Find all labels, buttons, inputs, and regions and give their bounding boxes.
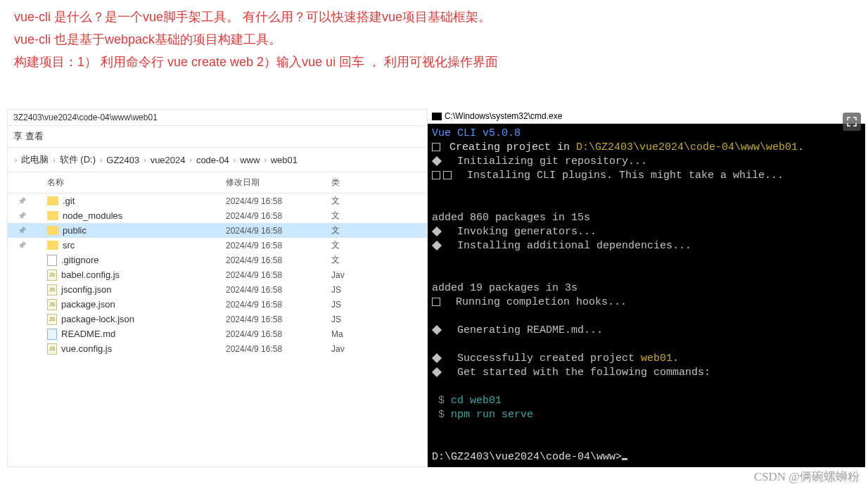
- js-file-icon: JS: [47, 269, 57, 281]
- note-line-2: vue-cli 也是基于webpack基础的项目构建工具。: [14, 28, 854, 51]
- pin-icon: 📌: [18, 197, 26, 205]
- diamond-icon: [432, 156, 442, 166]
- breadcrumb-item[interactable]: 此电脑: [21, 153, 49, 166]
- file-date: 2024/4/9 16:58: [226, 226, 331, 236]
- file-name: jsconfig.json: [61, 284, 112, 295]
- columns-header: 名称 修改日期 类: [8, 172, 427, 193]
- chevron-right-icon: ›: [51, 156, 56, 164]
- project-name: web01: [641, 353, 672, 364]
- terminal-titlebar: C:\Windows\system32\cmd.exe: [428, 109, 865, 124]
- breadcrumb-item[interactable]: web01: [271, 155, 298, 165]
- folder-icon: [47, 226, 58, 235]
- diamond-icon: [432, 325, 442, 335]
- chevron-right-icon: ›: [142, 156, 147, 164]
- chevron-right-icon: ›: [262, 156, 267, 164]
- file-date: 2024/4/9 16:58: [226, 285, 331, 295]
- md-file-icon: [47, 329, 57, 340]
- file-type: Ma: [331, 329, 427, 339]
- file-list: 名称 修改日期 类 📌.git2024/4/9 16:58文📌node_modu…: [8, 172, 427, 356]
- cmd-terminal-window: C:\Windows\system32\cmd.exe Vue CLI v5.0…: [428, 109, 865, 467]
- file-date: 2024/4/9 16:58: [226, 344, 331, 354]
- text-file-icon: [47, 255, 57, 266]
- folder-icon: [47, 196, 58, 205]
- pin-icon: 📌: [18, 241, 26, 249]
- file-name: public: [63, 225, 87, 236]
- diamond-icon: [432, 353, 442, 363]
- added-packages: added 19 packages in 3s: [432, 282, 577, 294]
- file-date: 2024/4/9 16:58: [226, 196, 331, 206]
- diamond-icon: [432, 367, 442, 377]
- chevron-right-icon: ›: [13, 156, 18, 164]
- file-type: 文: [331, 195, 427, 207]
- js-file-icon: JS: [47, 314, 57, 325]
- added-packages: added 860 packages in 15s: [432, 212, 590, 224]
- col-date-header[interactable]: 修改日期: [226, 177, 331, 189]
- file-row[interactable]: JSvue.config.js2024/4/9 16:58Jav: [8, 341, 427, 356]
- terminal-title-text: C:\Windows\system32\cmd.exe: [445, 111, 562, 121]
- file-type: 文: [331, 254, 427, 266]
- chevron-right-icon: ›: [189, 156, 193, 164]
- file-date: 2024/4/9 16:58: [226, 241, 331, 250]
- breadcrumb-item[interactable]: vue2024: [151, 155, 186, 165]
- file-row[interactable]: 📌.git2024/4/9 16:58文: [8, 193, 427, 208]
- breadcrumb-item[interactable]: 软件 (D:): [60, 153, 96, 166]
- pin-icon: 📌: [18, 227, 26, 234]
- file-name: node_modules: [63, 210, 122, 221]
- note-line-3: 构建项目：1） 利用命令行 vue create web 2）输入vue ui …: [14, 51, 854, 73]
- diamond-icon: [432, 227, 442, 236]
- file-row[interactable]: JSbabel.config.js2024/4/9 16:58Jav: [8, 267, 427, 282]
- terminal-output[interactable]: Vue CLI v5.0.8 Creating project in D:\GZ…: [428, 124, 865, 467]
- file-name: package.json: [61, 299, 115, 310]
- file-row[interactable]: 📌node_modules2024/4/9 16:58文: [8, 208, 427, 223]
- file-row[interactable]: 📌public2024/4/9 16:58文: [8, 223, 427, 238]
- project-path: D:\GZ2403\vue2024\code-04\www\web01: [576, 141, 798, 153]
- file-explorer-window: 3Z2403\vue2024\code-04\www\web01 查看 › 此电…: [7, 109, 428, 467]
- file-type: 文: [331, 224, 427, 236]
- js-file-icon: JS: [47, 284, 57, 296]
- col-type-header[interactable]: 类: [331, 177, 427, 189]
- cursor-icon: [622, 458, 627, 460]
- file-type: JS: [331, 315, 427, 324]
- file-name: .git: [63, 196, 75, 206]
- note-line-1: vue-cli 是什么？是一个vue脚手架工具。 有什么用？可以快速搭建vue项…: [14, 6, 854, 28]
- file-name: package-lock.json: [61, 314, 134, 324]
- breadcrumb[interactable]: › 此电脑 › 软件 (D:) › GZ2403 › vue2024 › cod…: [8, 148, 427, 172]
- chevron-right-icon: ›: [232, 156, 237, 164]
- file-date: 2024/4/9 16:58: [226, 211, 331, 221]
- col-name-header[interactable]: 名称: [36, 177, 226, 189]
- file-type: JS: [331, 285, 427, 295]
- file-name: src: [63, 240, 75, 250]
- cmd-icon: [432, 113, 442, 120]
- command-2: npm run serve: [451, 409, 533, 421]
- file-row[interactable]: README.md2024/4/9 16:58Ma: [8, 326, 427, 341]
- file-name: vue.config.js: [61, 343, 112, 354]
- file-type: Jav: [331, 270, 427, 280]
- breadcrumb-item[interactable]: GZ2403: [106, 155, 139, 165]
- watermark: CSDN @俩碗螺蛳粉: [754, 469, 860, 485]
- breadcrumb-item[interactable]: www: [240, 155, 260, 165]
- chevron-right-icon: ›: [98, 156, 103, 164]
- command-1: cd web01: [451, 395, 502, 407]
- file-name: README.md: [61, 329, 115, 339]
- folder-icon: [47, 241, 58, 250]
- file-date: 2024/4/9 16:58: [226, 315, 331, 324]
- file-type: JS: [331, 300, 427, 310]
- terminal-prompt: D:\GZ2403\vue2024\code-04\www>: [432, 451, 622, 463]
- file-name: .gitignore: [61, 255, 98, 265]
- file-row[interactable]: JSpackage.json2024/4/9 16:58JS: [8, 297, 427, 312]
- explorer-titlebar: 3Z2403\vue2024\code-04\www\web01: [8, 110, 427, 126]
- file-row[interactable]: 📌src2024/4/9 16:58文: [8, 238, 427, 253]
- js-file-icon: JS: [47, 299, 57, 310]
- expand-button[interactable]: [843, 113, 861, 131]
- expand-icon: [846, 116, 857, 127]
- toolbar-view[interactable]: 查看: [13, 130, 44, 143]
- file-date: 2024/4/9 16:58: [226, 300, 331, 310]
- pin-icon: 📌: [18, 212, 26, 220]
- file-row[interactable]: JSjsconfig.json2024/4/9 16:58JS: [8, 282, 427, 297]
- explorer-toolbar: 查看: [8, 126, 427, 148]
- file-row[interactable]: .gitignore2024/4/9 16:58文: [8, 253, 427, 267]
- file-type: 文: [331, 239, 427, 251]
- breadcrumb-item[interactable]: code-04: [196, 155, 229, 165]
- file-row[interactable]: JSpackage-lock.json2024/4/9 16:58JS: [8, 312, 427, 326]
- diamond-icon: [432, 241, 442, 250]
